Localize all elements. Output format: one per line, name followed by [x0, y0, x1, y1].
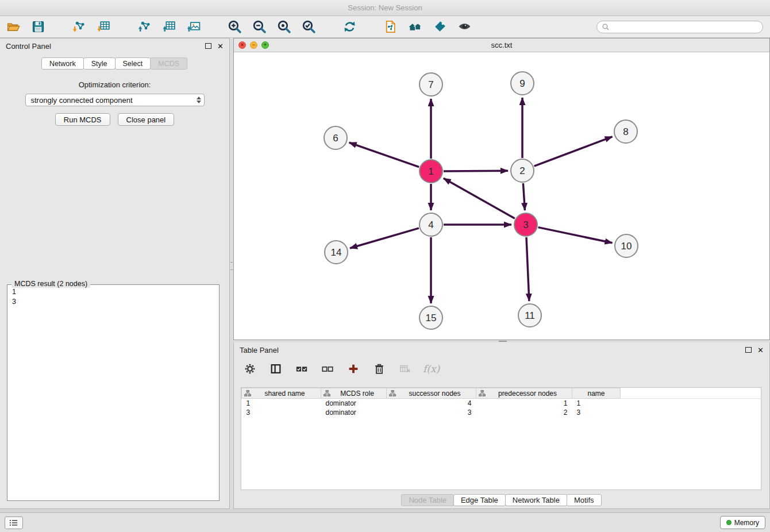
zoom-in-icon: [228, 20, 242, 34]
tab-network[interactable]: Network: [41, 57, 84, 70]
cell-filler: [621, 408, 761, 417]
graph-edge-2-8[interactable]: [534, 137, 613, 166]
annotation-button[interactable]: [430, 18, 449, 36]
close-panel-icon[interactable]: ✕: [757, 346, 764, 354]
search-box: [596, 21, 763, 33]
network-canvas[interactable]: 7968124314101511: [234, 52, 769, 340]
show-columns-button[interactable]: [268, 361, 284, 377]
close-window-button[interactable]: ×: [238, 41, 246, 49]
deselect-all-columns-button[interactable]: [319, 361, 336, 377]
memory-status-icon: [726, 520, 732, 525]
minimize-window-button[interactable]: −: [250, 41, 257, 49]
mcds-result-list: 1 3: [7, 285, 219, 307]
table-panel-header: Table Panel ✕: [234, 342, 769, 357]
cell-successor-nodes[interactable]: 3: [387, 408, 476, 417]
column-header-filler: [621, 388, 761, 399]
tag-icon: [433, 20, 447, 34]
column-header-shared-name[interactable]: shared name: [242, 388, 321, 399]
zoom-window-button[interactable]: +: [261, 41, 269, 49]
graph-edge-4-14[interactable]: [350, 228, 419, 248]
cell-name[interactable]: 3: [572, 408, 621, 417]
graph-node-label: 4: [428, 219, 433, 230]
export-table-button[interactable]: [159, 18, 179, 36]
delete-column-button[interactable]: [371, 361, 387, 377]
control-panel-tabs: Network Style Select MCDS: [0, 57, 229, 70]
save-session-button[interactable]: [28, 18, 48, 36]
tab-mcds[interactable]: MCDS: [150, 57, 187, 70]
graph-edge-3-10[interactable]: [538, 228, 613, 243]
column-header-name[interactable]: name: [572, 388, 621, 399]
select-all-columns-button[interactable]: [294, 361, 310, 377]
float-panel-icon[interactable]: [205, 43, 211, 49]
search-icon: [602, 23, 610, 31]
window-titlebar: Session: New Session: [0, 0, 770, 16]
create-column-button[interactable]: [345, 361, 361, 377]
tab-node-table[interactable]: Node Table: [401, 494, 454, 506]
zoom-fit-button[interactable]: [274, 18, 294, 36]
close-panel-icon[interactable]: ✕: [217, 43, 224, 50]
import-table-icon: [97, 20, 111, 34]
gear-icon: [244, 363, 256, 375]
unchecked-boxes-icon: [321, 363, 334, 375]
control-panel-title: Control Panel: [6, 42, 51, 51]
cell-shared-name[interactable]: 1: [242, 399, 321, 408]
import-network-button[interactable]: [69, 18, 88, 36]
toggle-visibility-button[interactable]: [455, 18, 474, 36]
cell-mcds-role[interactable]: dominator: [321, 399, 387, 408]
eye-icon: [457, 20, 472, 34]
cell-shared-name[interactable]: 3: [242, 408, 321, 417]
memory-button[interactable]: Memory: [720, 516, 765, 529]
table-header-row: shared name MCDS role successor nodes: [242, 388, 761, 399]
close-panel-button[interactable]: Close panel: [118, 113, 175, 126]
export-network-button[interactable]: [134, 18, 154, 36]
graph-node-label: 9: [519, 78, 525, 89]
column-header-predecessor-nodes[interactable]: predecessor nodes: [476, 388, 572, 399]
float-panel-icon[interactable]: [745, 347, 752, 353]
column-header-successor-nodes[interactable]: successor nodes: [387, 388, 476, 399]
cell-mcds-role[interactable]: dominator: [321, 408, 387, 417]
houses-icon: [408, 20, 422, 34]
zoom-out-button[interactable]: [249, 18, 269, 36]
tab-select[interactable]: Select: [115, 57, 151, 70]
graph-edge-3-1[interactable]: [444, 178, 515, 218]
cell-name[interactable]: 1: [572, 399, 621, 408]
table-settings-button[interactable]: [242, 361, 258, 377]
export-image-button[interactable]: [184, 18, 203, 36]
cell-predecessor-nodes[interactable]: 2: [476, 408, 572, 417]
graph-edge-2-3[interactable]: [523, 183, 525, 210]
function-builder-button[interactable]: f(x): [423, 361, 440, 377]
import-table-button[interactable]: [94, 18, 113, 36]
graph-edge-3-11[interactable]: [526, 237, 529, 301]
tab-network-table[interactable]: Network Table: [505, 494, 567, 506]
mcds-result-item: 1: [12, 287, 219, 297]
refresh-button[interactable]: [340, 18, 359, 36]
run-mcds-button[interactable]: Run MCDS: [55, 113, 110, 126]
column-header-mcds-role[interactable]: MCDS role: [321, 388, 387, 399]
apply-style-button[interactable]: [380, 18, 400, 36]
graph-edge-1-6[interactable]: [349, 142, 419, 167]
task-history-button[interactable]: [5, 516, 23, 529]
table-row[interactable]: 3 dominator 3 2 3: [242, 408, 761, 417]
traffic-lights: × − +: [238, 41, 269, 49]
home-button[interactable]: [405, 18, 425, 36]
zoom-in-button[interactable]: [225, 18, 244, 36]
control-panel: Control Panel ✕ Network Style Select MCD…: [0, 38, 230, 509]
tab-edge-table[interactable]: Edge Table: [453, 494, 506, 506]
search-input[interactable]: [613, 22, 758, 31]
graph-edge-1-2[interactable]: [444, 171, 508, 171]
delete-table-button[interactable]: [397, 361, 413, 377]
open-session-button[interactable]: [3, 18, 23, 36]
graph-node-label: 2: [519, 165, 525, 176]
table-row[interactable]: 1 dominator 4 1 1: [242, 399, 761, 408]
tab-motifs[interactable]: Motifs: [567, 494, 602, 506]
cell-filler: [621, 399, 761, 408]
cell-predecessor-nodes[interactable]: 1: [476, 399, 572, 408]
zoom-selected-button[interactable]: [299, 18, 318, 36]
network-graph[interactable]: 7968124314101511: [234, 52, 769, 340]
control-panel-header: Control Panel ✕: [0, 38, 229, 53]
graph-node-label: 6: [333, 133, 338, 144]
cell-successor-nodes[interactable]: 4: [387, 399, 476, 408]
criterion-dropdown[interactable]: strongly connected component: [25, 94, 205, 106]
plus-icon: [347, 363, 360, 375]
tab-style[interactable]: Style: [83, 57, 116, 70]
